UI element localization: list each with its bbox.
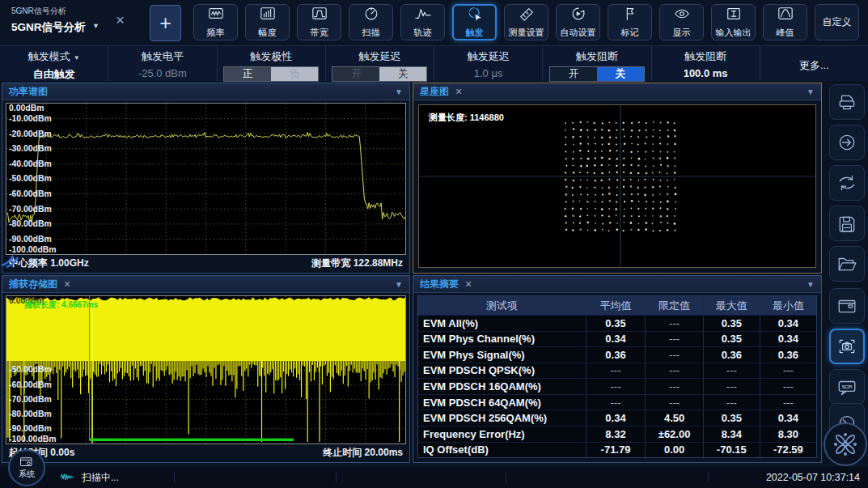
results-cell: 0.34	[586, 332, 646, 347]
toolbar-button-io[interactable]: 输入输出	[711, 4, 756, 40]
setting-toggle[interactable]: 正负	[223, 66, 319, 82]
table-row[interactable]: EVM Phys Signal(%)0.36---0.360.36	[418, 346, 816, 363]
toggle-option-关[interactable]: 关	[379, 67, 426, 81]
statusbar-divider	[708, 472, 709, 482]
toolbar-button-auto-setup[interactable]: 自动设置	[556, 4, 600, 40]
tab-dropdown-icon[interactable]: ▼	[92, 22, 100, 30]
table-row[interactable]: IQ Offset(dB)-71.790.00-70.15-72.59	[418, 442, 816, 458]
toolbar-button-trigger[interactable]: 触发	[452, 4, 497, 40]
results-cell: ---	[645, 347, 702, 363]
toggle-option-开[interactable]: 开	[332, 67, 379, 81]
results-cell: 0.34	[760, 332, 816, 347]
toolbar-button-amplitude[interactable]: 幅度	[245, 4, 290, 40]
sidebar-button-window[interactable]	[829, 288, 865, 324]
results-header-cell: 最小值	[760, 296, 816, 315]
scpi-icon: SCPI	[836, 377, 857, 397]
sidebar-button-save[interactable]	[829, 206, 865, 241]
table-row[interactable]: EVM PDSCH QPSK(%)------------	[418, 363, 816, 379]
setting-value[interactable]: 自由触发	[0, 67, 108, 82]
statusbar-divider	[174, 472, 175, 482]
toolbar-button-trace[interactable]: 轨迹	[400, 4, 445, 40]
setting-label: 触发模式▼	[0, 49, 108, 64]
sidebar-button-forward[interactable]	[829, 125, 865, 160]
sidebar-button-folder[interactable]	[829, 246, 865, 282]
auto-setup-icon	[569, 6, 588, 25]
statusbar-divider	[506, 472, 506, 482]
results-header-row: 测试项平均值限定值最大值最小值	[418, 296, 816, 315]
setting-label: 触发延迟	[326, 49, 434, 64]
table-row[interactable]: EVM Phys Channel(%)0.34---0.350.34	[418, 331, 816, 347]
toolbar-button-label: 峰值	[777, 27, 794, 39]
panel-close-icon[interactable]: ×	[455, 86, 462, 97]
collapse-icon[interactable]: ▼	[395, 280, 403, 289]
setting-toggle[interactable]: 开关	[332, 66, 427, 82]
app-tab-title[interactable]: 5GNR信号分析	[11, 20, 86, 35]
sidebar-button-print[interactable]	[829, 84, 865, 120]
toolbar-button-label: 显示	[673, 27, 691, 39]
forward-icon	[836, 133, 857, 152]
nav-rosette-button[interactable]	[824, 422, 867, 466]
collapse-icon[interactable]: ▼	[807, 280, 815, 289]
toggle-option-关[interactable]: 关	[597, 67, 644, 81]
setting-value[interactable]: 1.0 μs	[434, 67, 542, 79]
table-row[interactable]: Frequency Error(Hz)8.32±62.008.348.30	[418, 426, 816, 442]
capture-svg: -10.00dBm-20.00dBm-30.00dBm-40.00dBm0.00…	[6, 296, 405, 443]
panel-close-icon[interactable]: ×	[64, 278, 70, 290]
sweep-icon	[362, 6, 381, 25]
table-row[interactable]: EVM PDSCH 64QAM(%)------------	[418, 394, 816, 410]
panel-close-icon[interactable]: ×	[465, 278, 472, 290]
capture-plot: 捕获长度: 4.6667ms -10.00dBm-20.00dBm-30.00d…	[6, 295, 406, 444]
timestamp: 2022-05-07 10:37:14	[766, 472, 860, 483]
toolbar-button-label: 测量设置	[509, 27, 544, 39]
toolbar-button-custom[interactable]: 自定义	[815, 4, 859, 40]
toolbar-button-frequency[interactable]: 频率	[193, 4, 238, 40]
table-row[interactable]: EVM PDSCH 16QAM(%)------------	[418, 378, 816, 394]
panel-titlebar[interactable]: 捕获存储图 × ▼	[2, 276, 409, 293]
setting-label: 触发电平	[108, 49, 216, 64]
system-button[interactable]: 系统	[8, 449, 45, 486]
results-cell: 8.32	[586, 426, 646, 442]
panel-titlebar[interactable]: 功率谱图 ▼	[2, 83, 409, 100]
svg-text:-80.00dBm: -80.00dBm	[9, 409, 52, 418]
setting-value[interactable]: -25.0 dBm	[108, 67, 216, 79]
sidebar-button-scpi[interactable]: SCPI	[829, 369, 865, 405]
tab-close-icon[interactable]: ×	[116, 12, 125, 28]
measure-setup-icon	[517, 6, 536, 25]
results-cell: ---	[586, 379, 646, 394]
amplitude-icon	[258, 6, 277, 25]
results-header-cell: 最大值	[703, 296, 760, 315]
toolbar-button-label: 频率	[207, 27, 225, 39]
results-cell: ---	[703, 363, 760, 379]
table-row[interactable]: EVM PDSCH 256QAM(%)0.344.500.350.34	[418, 409, 816, 426]
more-button-label: 更多...	[760, 49, 868, 81]
setting-value[interactable]: 100.0 ms	[652, 67, 760, 79]
pane-nav-arrow-icon[interactable]	[0, 252, 24, 269]
sidebar-button-sync[interactable]	[829, 165, 865, 201]
toolbar-button-marker[interactable]: 标记	[608, 4, 652, 40]
sidebar-button-screenshot[interactable]	[829, 329, 865, 364]
toolbar-button-sweep[interactable]: 扫描	[349, 4, 393, 40]
table-row[interactable]: EVM All(%)0.35---0.350.34	[418, 315, 816, 331]
toolbar-button-peak[interactable]: 峰值	[763, 4, 807, 40]
system-icon	[19, 456, 34, 468]
collapse-icon[interactable]: ▼	[395, 87, 403, 96]
toolbar-button-measure-setup[interactable]: 测量设置	[504, 4, 548, 40]
setting-more[interactable]: 更多...	[760, 46, 868, 81]
toggle-option-负[interactable]: 负	[271, 67, 318, 81]
results-cell: ---	[645, 332, 702, 347]
toggle-option-开[interactable]: 开	[550, 67, 597, 81]
toggle-option-正[interactable]: 正	[224, 67, 271, 81]
toolbar-button-bandwidth[interactable]: 带宽	[297, 4, 341, 40]
setting-toggle[interactable]: 开关	[549, 66, 645, 82]
trigger-settings-row: 触发模式▼自由触发触发电平-25.0 dBm触发极性正负触发延迟开关触发延迟1.…	[0, 45, 868, 81]
panel-title: 功率谱图	[9, 85, 48, 99]
panel-titlebar[interactable]: 结果摘要 × ▼	[413, 276, 821, 293]
add-tab-button[interactable]: +	[150, 5, 181, 41]
results-cell: 0.00	[645, 443, 702, 458]
toolbar-button-display[interactable]: 显示	[659, 4, 704, 40]
svg-text:-50.00dBm: -50.00dBm	[9, 175, 52, 184]
results-header-cell: 平均值	[586, 296, 646, 315]
collapse-icon[interactable]: ▼	[807, 87, 815, 96]
io-icon	[724, 6, 743, 25]
panel-titlebar[interactable]: 星座图 × ▼	[413, 83, 821, 100]
